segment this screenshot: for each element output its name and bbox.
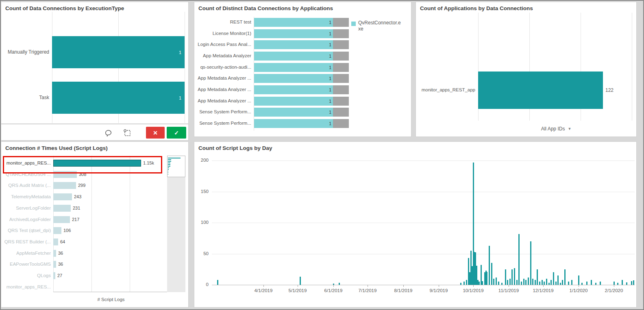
bar[interactable]	[339, 283, 340, 285]
bar[interactable]: 1	[52, 82, 185, 114]
bar[interactable]	[581, 283, 583, 285]
bar[interactable]	[626, 282, 627, 285]
bar[interactable]	[560, 283, 561, 285]
bar[interactable]: 1	[254, 97, 333, 106]
bar[interactable]: 1	[254, 18, 333, 27]
bar[interactable]	[532, 279, 533, 285]
bar[interactable]	[53, 182, 76, 189]
cancel-selection-button[interactable]: ✕	[146, 127, 165, 139]
bar[interactable]	[600, 282, 601, 285]
scroll-minimap[interactable]	[167, 156, 185, 292]
bar[interactable]: 1	[254, 108, 333, 117]
value-label: 1	[329, 110, 331, 115]
bar[interactable]	[555, 282, 557, 285]
lasso-tool-button[interactable]	[102, 126, 115, 139]
bar[interactable]	[521, 282, 522, 285]
legend[interactable]: QvRestConnector.exe	[351, 20, 402, 32]
bar[interactable]: 1	[254, 63, 333, 72]
x-tick-label: 12/1/2019	[529, 288, 557, 294]
bar[interactable]: 1	[254, 52, 333, 61]
gridline	[185, 12, 185, 123]
bar[interactable]	[535, 280, 536, 285]
bar[interactable]	[509, 279, 511, 285]
bar[interactable]	[53, 250, 56, 257]
bar[interactable]	[463, 282, 465, 285]
bar[interactable]	[525, 280, 527, 285]
bar[interactable]	[568, 282, 569, 285]
minimap-bar	[168, 171, 168, 171]
bar[interactable]	[505, 269, 506, 285]
bar[interactable]	[496, 277, 497, 285]
bar[interactable]	[553, 272, 554, 285]
bar[interactable]	[498, 282, 499, 285]
selection-toolbar: ✕ ✓	[1, 124, 189, 141]
bar[interactable]	[479, 282, 480, 285]
bar[interactable]: 1	[254, 29, 333, 38]
bar[interactable]	[53, 227, 61, 234]
bar[interactable]	[518, 234, 520, 285]
bar[interactable]	[622, 280, 623, 285]
bar[interactable]	[544, 282, 545, 285]
bar[interactable]	[514, 268, 515, 285]
bar[interactable]	[523, 279, 524, 285]
bar[interactable]	[53, 272, 55, 279]
confirm-selection-button[interactable]: ✓	[167, 127, 186, 139]
tick-mark	[263, 285, 264, 287]
bar[interactable]	[333, 284, 334, 285]
chevron-down-icon: ▼	[568, 127, 571, 131]
bar[interactable]	[300, 277, 301, 285]
bar[interactable]	[53, 216, 70, 223]
bar[interactable]	[591, 280, 592, 285]
bar[interactable]	[53, 205, 71, 212]
bar[interactable]	[586, 282, 587, 285]
bar[interactable]	[460, 283, 461, 285]
bar[interactable]	[548, 283, 550, 285]
bar[interactable]	[542, 280, 543, 285]
bar[interactable]	[486, 272, 487, 285]
bar[interactable]: 1	[254, 119, 333, 128]
bar[interactable]: 1	[52, 36, 185, 68]
bar[interactable]	[53, 171, 77, 178]
bar[interactable]	[516, 280, 518, 285]
category-label: Sense System Perform...	[194, 121, 251, 126]
bar[interactable]	[571, 280, 572, 285]
bar[interactable]: 1	[254, 74, 333, 83]
app-ids-dropdown[interactable]: All App IDs ▼	[534, 126, 579, 132]
category-label: Task	[1, 95, 49, 101]
clear-selection-button[interactable]	[121, 126, 134, 139]
bar[interactable]	[507, 280, 508, 285]
bar[interactable]	[617, 283, 618, 285]
bar[interactable]	[53, 238, 58, 245]
bar[interactable]	[511, 269, 513, 285]
bar[interactable]	[478, 72, 603, 109]
bar[interactable]	[550, 280, 552, 285]
bar[interactable]	[614, 282, 615, 285]
bar[interactable]	[537, 269, 538, 285]
bar[interactable]	[466, 280, 467, 285]
bar[interactable]	[546, 279, 547, 285]
bar[interactable]	[557, 275, 559, 285]
bar[interactable]	[489, 246, 490, 285]
bar[interactable]	[493, 279, 494, 285]
bar[interactable]	[595, 283, 596, 285]
minimap-viewport[interactable]	[167, 156, 185, 177]
bar[interactable]	[631, 281, 632, 285]
bar[interactable]	[53, 160, 141, 167]
bar[interactable]	[217, 280, 218, 285]
category-label: QRS Audit Matrix (...	[1, 183, 51, 189]
bar[interactable]	[539, 282, 540, 285]
minimap-track[interactable]	[167, 177, 185, 292]
bar[interactable]	[482, 281, 483, 285]
bar[interactable]	[491, 263, 492, 285]
bar[interactable]	[578, 275, 579, 285]
bar[interactable]	[528, 277, 529, 285]
bar[interactable]	[633, 280, 634, 285]
bar[interactable]: 1	[254, 85, 333, 94]
bar[interactable]	[562, 280, 563, 285]
bar[interactable]	[530, 241, 531, 285]
bar[interactable]	[501, 283, 503, 285]
bar[interactable]: 1	[254, 40, 333, 49]
bar[interactable]	[564, 269, 566, 285]
bar[interactable]	[53, 193, 72, 200]
bar[interactable]	[53, 261, 56, 268]
